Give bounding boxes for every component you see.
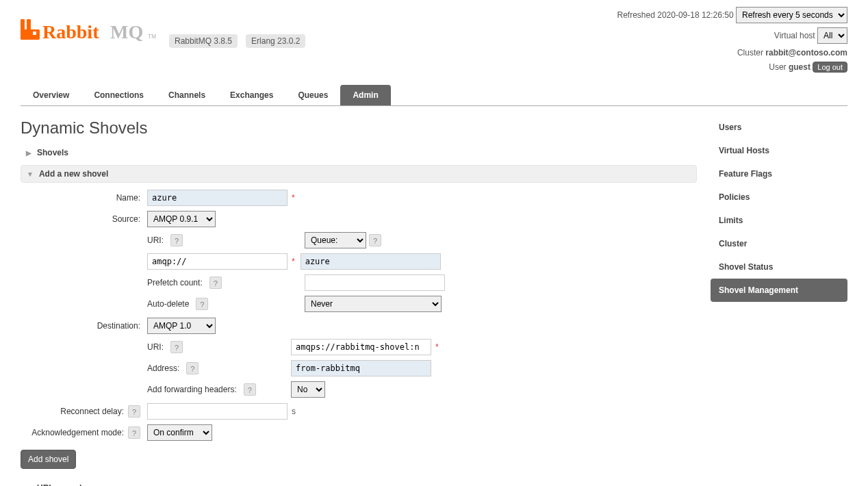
rabbitmq-version-badge: RabbitMQ 3.8.5: [169, 34, 238, 48]
refreshed-timestamp: Refreshed 2020-09-18 12:26:50: [617, 10, 734, 20]
vhost-label: Virtual host: [774, 31, 815, 40]
source-queue-input[interactable]: [301, 253, 441, 270]
tab-queues[interactable]: Queues: [285, 85, 340, 105]
section-uri-examples[interactable]: ▶ URI examples: [21, 480, 697, 486]
prefetch-label: Prefetch count:: [147, 278, 203, 287]
reconnect-unit: s: [292, 407, 296, 416]
source-label: Source:: [21, 214, 147, 224]
section-shovels[interactable]: ▶ Shovels: [21, 144, 697, 161]
reconnect-label: Reconnect delay:: [60, 407, 124, 416]
rabbitmq-logo: Rabbit MQ TM: [21, 19, 161, 44]
sidebar-item-policies[interactable]: Policies: [711, 186, 847, 209]
chevron-down-icon: ▼: [27, 170, 34, 178]
required-marker: *: [292, 257, 295, 266]
help-icon[interactable]: ?: [209, 277, 222, 289]
help-icon[interactable]: ?: [196, 298, 208, 310]
section-shovels-label: Shovels: [37, 148, 68, 157]
source-uri-input[interactable]: [147, 253, 288, 270]
user-value: guest: [789, 62, 810, 72]
svg-rect-2: [21, 29, 40, 40]
ack-mode-select[interactable]: On confirm: [147, 424, 212, 441]
svg-rect-3: [33, 31, 36, 35]
tab-admin[interactable]: Admin: [340, 85, 390, 105]
svg-text:Rabbit: Rabbit: [42, 21, 99, 42]
sidebar-item-cluster[interactable]: Cluster: [711, 232, 847, 255]
fwd-headers-select[interactable]: No: [291, 381, 325, 398]
user-label: User: [769, 62, 786, 72]
section-uri-examples-label: URI examples: [37, 483, 91, 486]
help-icon[interactable]: ?: [170, 341, 183, 353]
source-queue-exchange-select[interactable]: Queue:: [305, 232, 366, 248]
destination-uri-input[interactable]: [291, 339, 431, 355]
prefetch-input[interactable]: [305, 274, 445, 291]
help-icon[interactable]: ?: [170, 234, 183, 246]
admin-sidebar: Users Virtual Hosts Feature Flags Polici…: [711, 116, 847, 486]
sidebar-item-feature-flags[interactable]: Feature Flags: [711, 162, 847, 186]
autodelete-label: Auto-delete: [147, 299, 189, 309]
destination-label: Destination:: [21, 321, 147, 331]
name-input[interactable]: [147, 190, 288, 206]
source-uri-label: URI:: [147, 235, 164, 245]
help-icon[interactable]: ?: [244, 383, 256, 396]
required-marker: *: [292, 193, 295, 203]
cluster-value: rabbit@contoso.com: [765, 48, 847, 57]
destination-uri-label: URI:: [147, 342, 164, 352]
tab-overview[interactable]: Overview: [21, 85, 81, 105]
tab-channels[interactable]: Channels: [156, 85, 218, 105]
sidebar-item-virtual-hosts[interactable]: Virtual Hosts: [711, 139, 847, 162]
svg-text:MQ: MQ: [110, 21, 143, 42]
vhost-select[interactable]: All: [817, 27, 847, 44]
refresh-interval-select[interactable]: Refresh every 5 seconds: [736, 7, 847, 23]
sidebar-item-limits[interactable]: Limits: [711, 209, 847, 232]
help-icon[interactable]: ?: [369, 234, 381, 246]
page-title: Dynamic Shovels: [21, 118, 697, 138]
fwd-headers-label: Add forwarding headers:: [147, 385, 237, 394]
sidebar-item-shovel-management[interactable]: Shovel Management: [711, 279, 847, 302]
sidebar-item-shovel-status[interactable]: Shovel Status: [711, 255, 847, 279]
help-icon[interactable]: ?: [128, 426, 140, 439]
add-shovel-button[interactable]: Add shovel: [21, 450, 76, 469]
name-label: Name:: [21, 193, 147, 203]
main-tabs: Overview Connections Channels Exchanges …: [21, 85, 847, 106]
cluster-label: Cluster: [737, 48, 763, 57]
tab-exchanges[interactable]: Exchanges: [218, 85, 285, 105]
destination-protocol-select[interactable]: AMQP 1.0: [147, 318, 216, 334]
svg-text:TM: TM: [148, 34, 156, 40]
erlang-version-badge: Erlang 23.0.2: [246, 34, 305, 48]
logout-button[interactable]: Log out: [813, 62, 847, 73]
address-input[interactable]: [291, 360, 431, 376]
reconnect-input[interactable]: [147, 403, 288, 420]
ack-label: Acknowledgement mode:: [31, 428, 124, 437]
source-protocol-select[interactable]: AMQP 0.9.1: [147, 211, 216, 227]
help-icon[interactable]: ?: [128, 405, 140, 418]
address-label: Address:: [147, 363, 179, 373]
autodelete-select[interactable]: Never: [305, 296, 442, 312]
sidebar-item-users[interactable]: Users: [711, 116, 847, 139]
tab-connections[interactable]: Connections: [81, 85, 156, 105]
chevron-right-icon: ▶: [26, 149, 31, 157]
section-add-shovel-label: Add a new shovel: [39, 169, 108, 179]
help-icon[interactable]: ?: [186, 362, 199, 374]
required-marker: *: [435, 342, 439, 352]
section-add-shovel[interactable]: ▼ Add a new shovel: [21, 165, 697, 183]
